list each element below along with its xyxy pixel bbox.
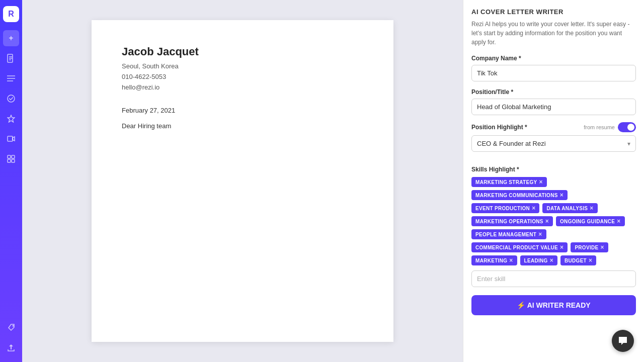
skill-remove-icon[interactable]: × [589, 257, 592, 263]
sidebar-icon-list[interactable] [3, 70, 19, 86]
dropdown-arrow-icon: ▾ [627, 140, 630, 147]
skill-remove-icon[interactable]: × [601, 244, 604, 250]
panel-description: Rezi AI helps you to write your cover le… [471, 20, 636, 47]
skill-tag: MARKETING× [471, 255, 517, 265]
position-label: Position/Title * [471, 88, 636, 96]
svg-rect-10 [8, 155, 11, 158]
svg-rect-12 [8, 159, 11, 162]
sidebar-icon-export[interactable] [3, 340, 19, 356]
skills-container: MARKETING STRATEGY×MARKETING COMMUNICATI… [471, 177, 636, 265]
doc-greeting: Dear Hiring team [122, 122, 363, 130]
skill-remove-icon[interactable]: × [560, 192, 564, 198]
skill-remove-icon[interactable]: × [590, 205, 593, 211]
skill-tag: EVENT PRODUCTION× [471, 203, 539, 213]
sidebar-icon-document[interactable] [3, 50, 19, 66]
skill-remove-icon[interactable]: × [617, 218, 620, 224]
sidebar-icon-grid[interactable] [3, 151, 19, 167]
skill-remove-icon[interactable]: × [550, 257, 553, 263]
svg-point-14 [13, 325, 14, 327]
ai-writer-button[interactable]: ⚡ AI WRITER READY [471, 295, 636, 315]
skill-tag: DATA ANALYSIS× [542, 203, 597, 213]
skill-remove-icon[interactable]: × [532, 205, 535, 211]
skill-remove-icon[interactable]: × [545, 218, 549, 224]
skill-input[interactable] [471, 270, 636, 287]
sidebar-bottom [3, 320, 19, 356]
skill-tag: MARKETING COMMUNICATIONS× [471, 190, 568, 200]
svg-rect-13 [12, 159, 15, 162]
chat-button[interactable] [612, 330, 634, 352]
sidebar-icon-star[interactable] [3, 111, 19, 127]
right-panel: AI COVER LETTER WRITER Rezi AI helps you… [463, 0, 644, 362]
sidebar-icon-check[interactable] [3, 90, 19, 107]
svg-point-7 [8, 95, 15, 102]
main-content: Jacob Jacquet Seoul, South Korea 010-462… [22, 0, 644, 362]
skill-tag: MARKETING OPERATIONS× [471, 216, 553, 226]
skill-tag: BUDGET× [560, 255, 596, 265]
doc-location: Seoul, South Korea 010-4622-5053 hello@r… [122, 61, 363, 93]
sidebar-icon-tag[interactable] [3, 320, 19, 336]
doc-name: Jacob Jacquet [122, 45, 363, 58]
position-input[interactable] [471, 99, 636, 115]
company-input[interactable] [471, 65, 636, 81]
skill-tag: MARKETING STRATEGY× [471, 177, 547, 187]
svg-marker-8 [8, 115, 15, 122]
skill-tag: LEADING× [520, 255, 557, 265]
highlight-value: CEO & Founder at Rezi [477, 140, 546, 147]
skills-label: Skills Highlight * [471, 166, 636, 173]
from-resume-label: from resume [584, 124, 615, 130]
svg-rect-11 [12, 155, 15, 158]
document-area: Jacob Jacquet Seoul, South Korea 010-462… [22, 0, 463, 362]
highlight-label: Position Highlight * [471, 124, 527, 131]
document-page: Jacob Jacquet Seoul, South Korea 010-462… [92, 20, 393, 342]
company-label: Company Name * [471, 55, 636, 62]
sidebar-icon-video[interactable] [3, 131, 19, 147]
skill-remove-icon[interactable]: × [538, 231, 542, 237]
skill-tag: PROVIDE× [571, 242, 608, 252]
highlight-row: Position Highlight * from resume [471, 122, 636, 132]
skill-remove-icon[interactable]: × [539, 179, 542, 185]
svg-rect-9 [8, 136, 13, 141]
sidebar-icon-add[interactable]: + [3, 30, 19, 46]
panel-title: AI COVER LETTER WRITER [471, 8, 636, 16]
doc-date: February 27, 2021 [122, 107, 363, 114]
from-resume-toggle[interactable] [618, 122, 636, 132]
highlight-dropdown[interactable]: CEO & Founder at Rezi ▾ [471, 135, 636, 152]
skill-remove-icon[interactable]: × [560, 244, 564, 250]
skill-tag: PEOPLE MANAGEMENT× [471, 229, 546, 239]
skill-tag: COMMERCIAL PRODUCT VALUE× [471, 242, 568, 252]
skill-tag: ONGOING GUIDANCE× [556, 216, 625, 226]
sidebar: R + [0, 0, 22, 362]
ai-writer-label: ⚡ AI WRITER READY [517, 301, 590, 309]
skill-remove-icon[interactable]: × [509, 257, 513, 263]
app-logo[interactable]: R [3, 6, 19, 22]
